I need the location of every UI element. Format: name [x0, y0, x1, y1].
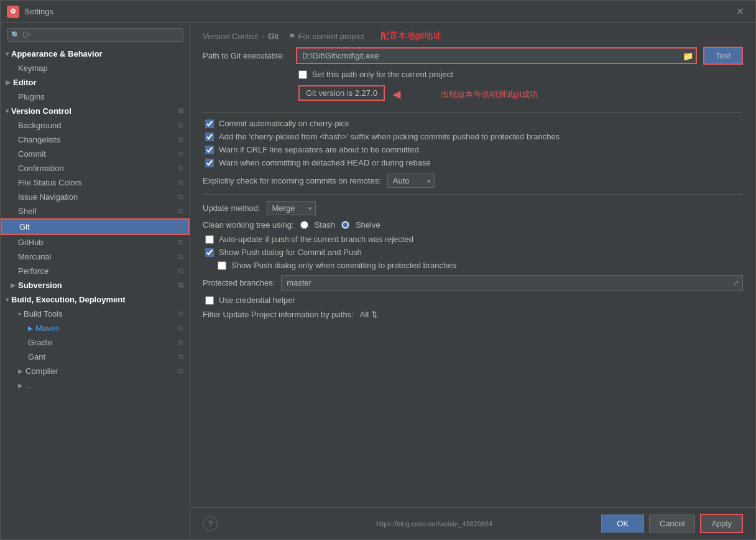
protected-branches-input[interactable] — [281, 275, 743, 291]
sidebar-item-mercurial[interactable]: Mercurial ⧉ — [1, 249, 190, 264]
copy-icon: ⧉ — [178, 338, 183, 347]
expand-arrow-icon: ▶ — [18, 368, 23, 375]
expand-arrow-icon: ▶ — [28, 325, 33, 332]
filter-update-value[interactable]: All ⇅ — [360, 310, 378, 319]
sidebar-item-label: Compiler — [25, 366, 58, 376]
sidebar-item-version-control[interactable]: ▾ Version Control ⧉ — [1, 104, 190, 118]
annotation-top: 配置本地git地址 — [380, 30, 442, 42]
sidebar-item-git[interactable]: Git ⧉ — [1, 218, 190, 235]
sidebar-item-label: Git — [19, 222, 30, 231]
close-button[interactable]: ✕ — [731, 3, 749, 20]
crlf-checkbox[interactable] — [205, 146, 214, 154]
update-method-select[interactable]: Merge Rebase — [267, 201, 316, 215]
sidebar-item-changelists[interactable]: Changelists ⧉ — [1, 133, 190, 147]
sidebar-item-label: Gant — [28, 352, 45, 361]
sidebar-item-background[interactable]: Background ⧉ — [1, 118, 190, 133]
copy-icon: ⧉ — [178, 207, 183, 215]
sidebar-item-build-tools[interactable]: ▾ Build Tools ⧉ — [1, 307, 190, 321]
copy-icon: ⧉ — [178, 253, 183, 261]
use-credential-checkbox[interactable] — [205, 296, 214, 305]
filter-update-row: Filter Update Project information by pat… — [203, 310, 743, 319]
sidebar-item-maven[interactable]: ▶ Maven ⧉ — [1, 321, 190, 335]
use-credential-row: Use credential helper — [203, 296, 743, 305]
sidebar-item-label: Perforce — [18, 266, 48, 276]
version-annotation: 出现版本号说明测试git成功 — [441, 89, 538, 100]
stash-radio[interactable] — [300, 221, 308, 229]
auto-cherry-pick-checkbox[interactable] — [205, 119, 214, 128]
incoming-commits-select[interactable]: Auto Always Never — [387, 174, 435, 188]
set-path-checkbox-row: Set this path only for the current proje… — [203, 70, 743, 79]
auto-update-label: Auto-update if push of the current branc… — [219, 235, 413, 244]
git-version-row: Git version is 2.27.0 ◄ 出现版本号说明测试git成功 — [298, 83, 743, 106]
for-current-project-link[interactable]: ⚑ For current project — [288, 32, 364, 41]
sidebar-item-perforce[interactable]: Perforce ⧉ — [1, 264, 190, 278]
sidebar-item-label: Plugins — [18, 92, 45, 101]
show-push-dialog-row: Show Push dialog for Commit and Push — [203, 248, 743, 257]
git-version-badge: Git version is 2.27.0 — [298, 85, 385, 101]
help-button[interactable]: ? — [203, 516, 218, 531]
sidebar-item-subversion[interactable]: ▶ Subversion ⧉ — [1, 278, 190, 292]
copy-icon: ⧉ — [178, 353, 183, 361]
apply-button[interactable]: Apply — [700, 514, 743, 533]
copy-icon: ⧉ — [178, 107, 183, 115]
main-panel: Version Control › Git ⚑ For current proj… — [190, 23, 755, 539]
expand-arrow-icon: ▾ — [6, 50, 9, 57]
sidebar-item-github[interactable]: GitHub ⧉ — [1, 235, 190, 249]
sidebar-item-label: Issue Navigation — [18, 192, 78, 202]
sidebar-item-appearance[interactable]: ▾ Appearance & Behavior — [1, 47, 190, 61]
bottom-bar: ? https://blog.csdn.net/weixin_43829864 … — [190, 507, 755, 539]
show-push-protected-checkbox[interactable] — [218, 261, 226, 270]
sidebar-item-label: Commit — [18, 149, 46, 159]
test-button[interactable]: Test — [703, 47, 743, 65]
auto-update-checkbox[interactable] — [205, 235, 214, 244]
sidebar-item-label: Appearance & Behavior — [11, 49, 103, 58]
show-push-protected-row: Show Push dialog only when committing to… — [203, 261, 743, 270]
sidebar-item-editor[interactable]: ▶ Editor — [1, 75, 190, 90]
expand-icon[interactable]: ⤢ — [733, 279, 739, 287]
expand-arrow-icon: ▶ — [11, 282, 16, 289]
sidebar-item-label: Background — [18, 121, 61, 130]
sidebar-item-keymap[interactable]: Keymap — [1, 61, 190, 75]
bottom-buttons: OK Cancel Apply — [601, 514, 743, 533]
git-settings-content: Path to Git executable: 📁 Test Set this … — [190, 47, 755, 507]
window-title: Settings — [24, 7, 731, 16]
checkbox-row-cherry-pick: Commit automatically on cherry-pick — [203, 119, 743, 128]
sidebar-item-shelf[interactable]: Shelf ⧉ — [1, 204, 190, 218]
show-push-dialog-checkbox[interactable] — [205, 248, 214, 257]
cancel-button[interactable]: Cancel — [649, 514, 695, 533]
sidebar-item-label: Mercurial — [18, 252, 51, 261]
sidebar-item-gant[interactable]: Gant ⧉ — [1, 350, 190, 364]
sidebar-item-file-status-colors[interactable]: File Status Colors ⧉ — [1, 175, 190, 190]
sidebar-item-debugger[interactable]: ▶ ... — [1, 378, 190, 393]
sidebar-item-label: Maven — [35, 324, 60, 333]
main-content: 🔍 ▾ Appearance & Behavior Keymap ▶ Edito… — [1, 23, 755, 539]
sidebar-item-label: Keymap — [18, 63, 48, 73]
shelve-radio[interactable] — [341, 221, 349, 229]
sidebar-item-confirmation[interactable]: Confirmation ⧉ — [1, 161, 190, 175]
set-path-checkbox[interactable] — [298, 70, 307, 79]
breadcrumb-git: Git — [268, 32, 279, 41]
search-input[interactable] — [22, 30, 179, 39]
folder-icon[interactable]: 📁 — [683, 51, 693, 61]
checkbox-row-crlf: Warn if CRLF line separators are about t… — [203, 145, 743, 154]
sidebar-item-issue-navigation[interactable]: Issue Navigation ⧉ — [1, 190, 190, 204]
sidebar-item-label: Gradle — [28, 338, 52, 347]
breadcrumb-version-control: Version Control — [203, 32, 258, 41]
suffix-checkbox[interactable] — [205, 133, 214, 141]
copy-icon: ⧉ — [178, 179, 183, 187]
detached-checkbox[interactable] — [205, 159, 214, 167]
sidebar-item-build-execution[interactable]: ▾ Build, Execution, Deployment — [1, 292, 190, 307]
sidebar-item-compiler[interactable]: ▶ Compiler ⧉ — [1, 364, 190, 378]
sidebar-item-commit[interactable]: Commit ⧉ — [1, 147, 190, 161]
ok-button[interactable]: OK — [601, 514, 644, 533]
search-box[interactable]: 🔍 — [7, 28, 183, 42]
sidebar-item-gradle[interactable]: Gradle ⧉ — [1, 335, 190, 350]
copy-icon: ⧉ — [178, 121, 183, 129]
path-label: Path to Git executable: — [203, 51, 290, 60]
path-input[interactable] — [296, 47, 697, 64]
copy-icon: ⧉ — [177, 223, 182, 231]
breadcrumb: Version Control › Git ⚑ For current proj… — [190, 23, 755, 47]
copy-icon: ⧉ — [178, 281, 183, 289]
sidebar-item-plugins[interactable]: Plugins — [1, 90, 190, 104]
show-push-protected-label: Show Push dialog only when committing to… — [231, 261, 456, 270]
